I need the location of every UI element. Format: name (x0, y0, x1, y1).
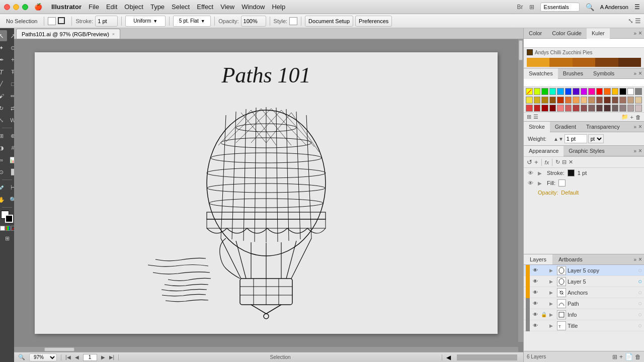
tab-graphic-styles[interactable]: Graphic Styles (564, 146, 610, 156)
layer-eye-icon[interactable]: 👁 (531, 279, 539, 284)
sw-r3-1[interactable] (526, 105, 533, 112)
zoom-selector[interactable]: 97% (29, 353, 57, 361)
app-panel-expand[interactable]: » (633, 148, 636, 154)
prev-page-button[interactable]: ◀ (75, 354, 79, 360)
stroke-panel-expand[interactable]: » (633, 124, 636, 130)
horizontal-scrollbar[interactable] (14, 347, 518, 352)
sw-15[interactable] (635, 88, 642, 95)
tab-artboards[interactable]: Artboards (552, 254, 589, 264)
tab-color[interactable]: Color (524, 28, 547, 38)
sw-r3-8[interactable] (581, 105, 588, 112)
sw-r2-1[interactable] (526, 97, 533, 104)
tab-transparency[interactable]: Transparency (581, 122, 625, 132)
menu-window[interactable]: Window (242, 3, 265, 11)
layer-target-circle[interactable]: ○ (638, 289, 642, 296)
layer-eye-icon[interactable]: 👁 (531, 267, 539, 273)
color-icon[interactable] (0, 226, 5, 231)
layer-name[interactable]: Path (568, 301, 636, 307)
sw-r3-3[interactable] (541, 105, 548, 112)
stroke-swatch[interactable] (58, 17, 65, 24)
workspace-selector[interactable]: Essentials (540, 3, 580, 12)
menu-edit[interactable]: Edit (106, 3, 117, 11)
sw-r3-5[interactable] (557, 105, 564, 112)
rotate-tool[interactable]: ↻ (0, 103, 7, 114)
magic-wand-tool[interactable]: ✦ (0, 42, 7, 53)
add-new-stroke-icon[interactable]: ↺ (527, 158, 532, 166)
app-clear-icon[interactable]: ✕ (569, 159, 573, 165)
sw-13[interactable] (619, 88, 626, 95)
fill-swatch[interactable] (48, 17, 56, 25)
sw-r3-7[interactable] (573, 105, 580, 112)
sw-9[interactable] (588, 88, 595, 95)
fill-appearance-swatch[interactable] (558, 179, 566, 187)
first-page-button[interactable]: |◀ (65, 354, 71, 360)
artboard-tool[interactable]: ⊞ (2, 233, 13, 244)
kuler-bar-2[interactable] (549, 58, 572, 67)
eyedropper-tool[interactable]: 💉 (0, 182, 7, 193)
app-reduce-icon[interactable]: ⊟ (562, 159, 567, 165)
weight-input[interactable] (565, 134, 587, 143)
weight-stepper[interactable]: ▲▼ pt (553, 134, 604, 143)
page-input[interactable] (83, 354, 97, 361)
swatches-panel-close[interactable]: × (638, 70, 642, 77)
stroke-panel-close[interactable]: × (638, 123, 642, 130)
kuler-bar-5[interactable] (618, 58, 641, 67)
swatches-panel-expand[interactable]: » (633, 71, 636, 76)
notifications-icon[interactable]: ☰ (634, 4, 640, 11)
opacity-appearance-value[interactable]: Default (561, 190, 579, 196)
artboard-toggle[interactable]: ◀ (446, 354, 451, 361)
layer-name[interactable]: Info (568, 312, 636, 318)
layers-panel-close[interactable]: × (638, 256, 642, 263)
tab-stroke[interactable]: Stroke (524, 122, 550, 132)
sw-5[interactable] (557, 88, 564, 95)
delete-swatch-icon[interactable]: 🗑 (635, 114, 641, 120)
layer-toggle-arrow[interactable]: ▶ (549, 323, 555, 328)
blend-tool[interactable]: ∞ (0, 154, 7, 165)
close-button[interactable] (4, 4, 10, 10)
layer-toggle-arrow[interactable]: ▶ (549, 312, 555, 317)
sw-4[interactable] (549, 88, 556, 95)
menu-illustrator[interactable]: Illustrator (51, 3, 82, 11)
layer-lock-icon[interactable]: 🔒 (541, 312, 548, 317)
layer-toggle-arrow[interactable]: ▶ (549, 279, 555, 284)
canvas-container[interactable]: Paths 101 (14, 39, 523, 352)
delete-layer-icon[interactable]: 🗑 (635, 353, 641, 360)
layer-name[interactable]: Title (568, 323, 636, 329)
layers-panel-expand[interactable]: » (633, 257, 636, 262)
menu-select[interactable]: Select (172, 3, 190, 11)
sw-r2-6[interactable] (565, 97, 572, 104)
opacity-input[interactable] (241, 16, 266, 27)
kuler-bar-1[interactable] (527, 58, 549, 67)
sw-3[interactable] (541, 88, 548, 95)
sw-r2-14[interactable] (627, 97, 634, 104)
sw-r3-9[interactable] (588, 105, 595, 112)
swatches-search[interactable] (524, 79, 644, 87)
swatch-library-icon[interactable]: ⊞ (527, 114, 531, 120)
maximize-button[interactable] (22, 4, 28, 10)
sw-7[interactable] (573, 88, 580, 95)
next-page-button[interactable]: ▶ (101, 354, 105, 360)
sw-r3-11[interactable] (604, 105, 611, 112)
menu-object[interactable]: Object (124, 3, 143, 11)
sw-r3-12[interactable] (612, 105, 619, 112)
symbol-sprayer-tool[interactable]: ⊙ (0, 166, 7, 177)
document-setup-button[interactable]: Document Setup (305, 16, 353, 27)
fill-expand-arrow[interactable]: ▶ (538, 180, 544, 186)
layer-item[interactable]: 👁 ▶ T Title ○ (524, 320, 644, 331)
stroke-visibility-eye[interactable]: 👁 (528, 170, 535, 176)
sw-14[interactable] (627, 88, 634, 95)
sw-11[interactable] (604, 88, 611, 95)
sw-r3-10[interactable] (596, 105, 603, 112)
last-page-button[interactable]: ▶| (109, 354, 115, 360)
layer-item[interactable]: 👁 ▶ Layer 5 ○ (524, 276, 644, 287)
new-layer-icon[interactable]: 📄 (625, 353, 633, 360)
kuler-search[interactable] (524, 39, 644, 48)
window-controls[interactable] (4, 4, 28, 10)
sw-r2-10[interactable] (596, 97, 603, 104)
line-tool[interactable]: ╱ (0, 78, 7, 89)
sw-r2-9[interactable] (588, 97, 595, 104)
sw-r2-5[interactable] (557, 97, 564, 104)
layer-eye-icon[interactable]: 👁 (531, 323, 539, 328)
new-color-group-icon[interactable]: 📁 (621, 114, 628, 120)
sw-8[interactable] (581, 88, 588, 95)
